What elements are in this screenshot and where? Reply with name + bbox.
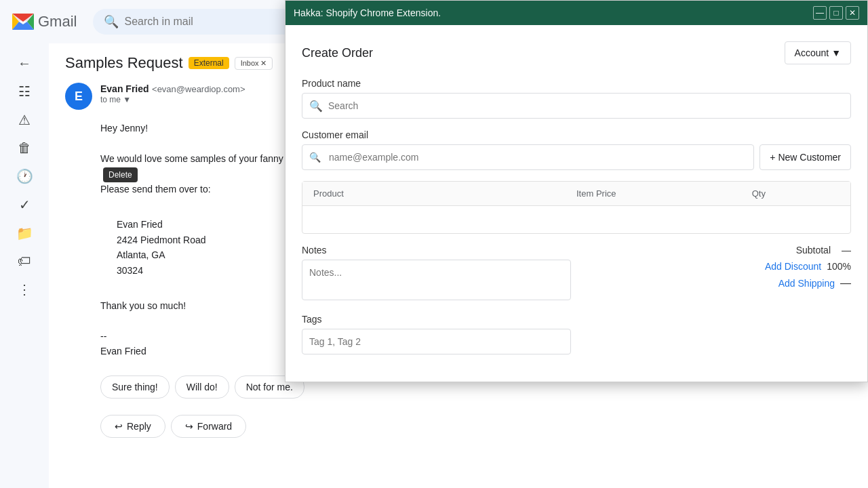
forward-arrow-icon: ↪	[185, 421, 193, 432]
close-button[interactable]: ✕	[846, 6, 859, 20]
sidebar-report-button[interactable]: ⚠	[3, 106, 46, 134]
reply-arrow-icon: ↩	[115, 421, 123, 432]
to-text: to me	[100, 95, 121, 104]
report-icon: ⚠	[18, 112, 31, 128]
col-product-header: Product	[313, 188, 576, 199]
tags-label: Tags	[302, 314, 571, 325]
product-name-label: Product name	[302, 78, 851, 89]
subtotal-row: Subtotal —	[796, 245, 851, 256]
search-icon: 🔍	[104, 14, 119, 29]
hakka-titlebar: Hakka: Shopify Chrome Extension. — □ ✕	[285, 1, 867, 25]
move-icon: 📁	[16, 225, 33, 241]
product-table-body	[302, 206, 850, 233]
account-button[interactable]: Account ▼	[785, 41, 851, 64]
subtotal-value: —	[842, 245, 851, 256]
forward-label: Forward	[197, 421, 232, 432]
hakka-modal: Hakka: Shopify Chrome Extension. — □ ✕ C…	[285, 0, 868, 382]
product-name-group: Product name 🔍	[302, 78, 851, 119]
email-subject: Samples Request	[65, 54, 183, 72]
account-chevron-icon: ▼	[831, 47, 841, 58]
product-table-header: Product Item Price Qty	[302, 182, 850, 206]
quick-reply-sure[interactable]: Sure thing!	[100, 375, 170, 399]
add-shipping-button[interactable]: Add Shipping	[778, 278, 835, 289]
customer-email-group: Customer email 🔍 + New Customer	[302, 129, 851, 170]
to-expand-icon[interactable]: ▼	[123, 95, 131, 104]
customer-email-row: 🔍 + New Customer	[302, 144, 851, 170]
more-icon: ⋮	[18, 281, 31, 298]
hakka-title: Hakka: Shopify Chrome Extension.	[294, 7, 441, 18]
sidebar-done-button[interactable]: ✓	[3, 191, 46, 218]
product-search-input[interactable]	[323, 94, 844, 118]
customer-email-field[interactable]	[323, 145, 747, 169]
reply-label: Reply	[127, 421, 151, 432]
snooze-icon: 🕐	[16, 168, 33, 184]
gmail-logo-text: Gmail	[38, 13, 77, 30]
sidebar-back-button[interactable]: ←	[3, 50, 46, 77]
label-icon: 🏷	[18, 253, 31, 269]
email-sender-info: Evan Fried <evan@weardiop.com> to me ▼	[100, 83, 245, 104]
quick-reply-willdo[interactable]: Will do!	[175, 375, 229, 399]
subtotal-label: Subtotal	[796, 245, 831, 256]
col-qty-header: Qty	[752, 188, 840, 199]
tags-input[interactable]	[302, 329, 571, 354]
notes-label: Notes	[302, 245, 571, 256]
maximize-button[interactable]: □	[829, 6, 843, 20]
inbox-label: Inbox	[241, 59, 259, 67]
sidebar-snooze-button[interactable]: 🕐	[3, 163, 46, 190]
gmail-logo-icon	[11, 9, 35, 34]
sidebar-label-button[interactable]: 🏷	[3, 248, 46, 274]
new-customer-button[interactable]: + New Customer	[760, 144, 851, 170]
customer-email-label: Customer email	[302, 129, 851, 140]
sender-email: <evan@weardiop.com>	[152, 84, 245, 94]
sender-name: Evan Fried	[100, 83, 149, 94]
gmail-sidebar: ← ☷ ⚠ 🗑 Delete 🕐 ✓ 📁 🏷 ⋮	[0, 43, 49, 488]
hakka-titlebar-controls: — □ ✕	[813, 6, 859, 20]
back-icon: ←	[18, 56, 31, 71]
customer-email-input-wrap[interactable]: 🔍	[302, 144, 754, 170]
archive-icon: ☷	[18, 83, 31, 100]
col-price-header: Item Price	[576, 188, 752, 199]
hakka-form-header: Create Order Account ▼	[302, 41, 851, 64]
notes-group: Notes	[302, 245, 571, 303]
shipping-value: —	[840, 277, 851, 289]
inbox-close-icon[interactable]: ✕	[260, 59, 267, 68]
reply-button[interactable]: ↩ Reply	[100, 415, 165, 438]
sidebar-delete-button[interactable]: 🗑 Delete	[3, 135, 46, 161]
action-buttons: ↩ Reply ↪ Forward	[100, 415, 852, 438]
sender-name-row: Evan Fried <evan@weardiop.com>	[100, 83, 245, 95]
minimize-button[interactable]: —	[813, 6, 827, 20]
discount-row: Add Discount 100%	[765, 261, 851, 272]
forward-button[interactable]: ↪ Forward	[171, 415, 246, 438]
product-search-icon: 🔍	[309, 100, 323, 113]
bottom-section: Notes Tags Subtotal — Add Discou	[302, 245, 851, 365]
product-table: Product Item Price Qty	[302, 181, 851, 234]
sender-avatar: E	[65, 83, 92, 110]
discount-pct: 100%	[827, 261, 851, 272]
delete-tooltip: Delete	[103, 167, 138, 182]
notes-input[interactable]	[302, 260, 571, 300]
hakka-body: Create Order Account ▼ Product name 🔍 Cu…	[285, 25, 867, 382]
left-section: Notes Tags	[302, 245, 571, 365]
done-icon: ✓	[19, 197, 31, 213]
tags-group: Tags	[302, 314, 571, 354]
gmail-logo: Gmail	[11, 9, 77, 34]
product-search-wrap[interactable]: 🔍	[302, 93, 851, 119]
sidebar-archive-button[interactable]: ☷	[3, 78, 46, 105]
delete-icon: 🗑	[18, 140, 31, 156]
add-discount-button[interactable]: Add Discount	[765, 261, 821, 272]
customer-search-icon: 🔍	[309, 152, 321, 163]
account-label: Account	[795, 47, 829, 58]
sidebar-move-button[interactable]: 📁	[3, 220, 46, 247]
email-to[interactable]: to me ▼	[100, 95, 245, 104]
right-section: Subtotal — Add Discount 100% Add Shippin…	[582, 245, 851, 365]
inbox-badge[interactable]: Inbox ✕	[235, 57, 273, 70]
create-order-title: Create Order	[302, 46, 373, 60]
external-badge: External	[189, 57, 229, 69]
sidebar-more-button[interactable]: ⋮	[3, 276, 46, 303]
shipping-row: Add Shipping —	[778, 277, 851, 289]
